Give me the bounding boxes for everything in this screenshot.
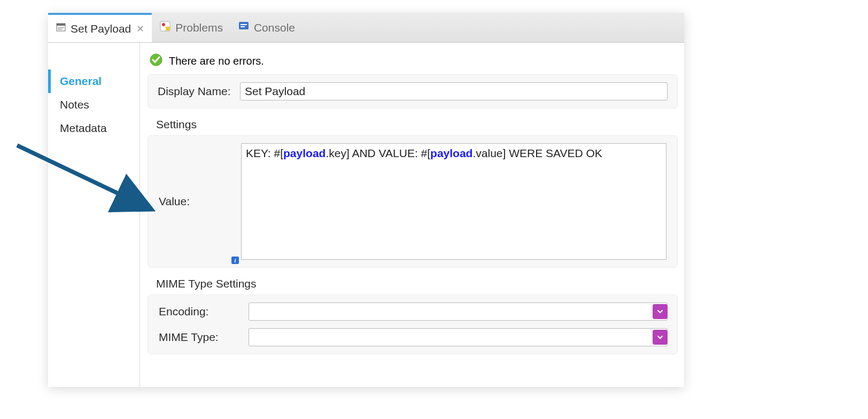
info-icon[interactable]: i — [231, 254, 239, 262]
svg-point-5 — [162, 23, 165, 26]
value-keyword-payload: payload — [430, 147, 472, 159]
value-text-part0: KEY: #[ — [246, 147, 283, 159]
tab-bar: Set Payload ✕ Problems Console — [48, 13, 684, 43]
properties-panel: Set Payload ✕ Problems Console — [48, 13, 684, 387]
svg-rect-9 — [241, 26, 245, 27]
sidebar-item-notes[interactable]: Notes — [48, 93, 140, 117]
svg-rect-8 — [241, 24, 247, 25]
tab-label: Set Payload — [71, 22, 131, 35]
encoding-label: Encoding: — [158, 305, 242, 318]
value-text-part2: .value] WERE SAVED OK — [472, 147, 602, 159]
chevron-down-icon — [656, 331, 664, 344]
value-text-part1: .key] AND VALUE: #[ — [326, 147, 430, 159]
mime-section-label: MIME Type Settings — [156, 277, 678, 290]
display-name-label: Display Name: — [158, 85, 234, 98]
sidebar: General Notes Metadata — [48, 43, 140, 387]
sidebar-item-general[interactable]: General — [48, 69, 140, 93]
mime-type-label: MIME Type: — [158, 331, 242, 344]
svg-rect-1 — [57, 24, 65, 26]
close-icon[interactable]: ✕ — [136, 23, 144, 35]
value-textarea[interactable]: KEY: #[payload.key] AND VALUE: #[payload… — [241, 143, 666, 260]
display-name-input[interactable] — [240, 82, 668, 100]
settings-group: Value: KEY: #[payload.key] AND VALUE: #[… — [148, 135, 678, 268]
mime-type-dropdown-button[interactable] — [653, 330, 668, 345]
set-payload-icon — [56, 22, 66, 35]
tab-label: Console — [254, 21, 295, 34]
svg-rect-7 — [239, 22, 249, 29]
tab-label: Problems — [175, 21, 223, 34]
value-label: Value: — [159, 195, 235, 208]
status-row: There are no errors. — [148, 52, 678, 74]
tab-problems[interactable]: Problems — [152, 13, 230, 42]
sidebar-item-metadata[interactable]: Metadata — [48, 117, 140, 140]
encoding-dropdown-button[interactable] — [653, 304, 668, 319]
svg-rect-6 — [166, 27, 169, 30]
chevron-down-icon — [656, 306, 664, 318]
mime-group: Encoding: MIME Type: — [148, 294, 678, 354]
encoding-combo[interactable] — [249, 302, 668, 321]
tab-set-payload[interactable]: Set Payload ✕ — [48, 13, 152, 42]
value-keyword-payload: payload — [283, 147, 326, 159]
panel-body: General Notes Metadata There are no erro… — [48, 43, 684, 387]
tab-console[interactable]: Console — [230, 13, 303, 42]
mime-type-combo[interactable] — [249, 328, 668, 346]
problems-icon — [159, 20, 171, 35]
status-text: There are no errors. — [169, 55, 264, 67]
display-name-group: Display Name: — [148, 74, 678, 108]
console-icon — [238, 20, 250, 35]
status-ok-icon — [150, 53, 162, 69]
main-content: There are no errors. Display Name: Setti… — [140, 43, 684, 387]
settings-section-label: Settings — [156, 118, 678, 131]
